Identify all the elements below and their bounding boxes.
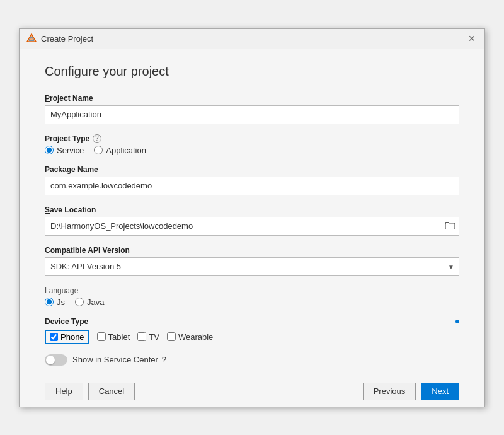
checkbox-wearable-label: Wearable bbox=[178, 332, 213, 342]
radio-java[interactable]: Java bbox=[75, 298, 104, 307]
project-name-label: Project Name bbox=[45, 94, 459, 103]
language-label: Language bbox=[45, 286, 459, 295]
dialog-footer: Help Cancel Previous Next bbox=[20, 376, 484, 407]
device-type-indicator-dot bbox=[455, 320, 459, 323]
project-name-field: Project Name bbox=[45, 94, 459, 124]
save-location-label: Save Location bbox=[45, 206, 459, 214]
radio-java-label: Java bbox=[87, 298, 104, 307]
app-logo-icon bbox=[26, 33, 37, 44]
service-center-help-icon[interactable]: ? bbox=[162, 355, 166, 364]
next-button[interactable]: Next bbox=[421, 383, 459, 400]
package-name-input[interactable] bbox=[45, 177, 459, 195]
project-name-input[interactable] bbox=[45, 105, 459, 124]
project-type-label: Project Type ? bbox=[45, 134, 459, 143]
project-type-help-icon[interactable]: ? bbox=[93, 134, 101, 143]
footer-left: Help Cancel bbox=[45, 383, 135, 400]
checkbox-tv[interactable]: TV bbox=[137, 332, 159, 342]
api-version-label: Compatible API Version bbox=[45, 246, 459, 255]
create-project-dialog: Create Project ✕ Configure your project … bbox=[19, 28, 485, 407]
dialog-content: Configure your project Project Name Proj… bbox=[20, 49, 484, 376]
show-in-service-center-toggle[interactable] bbox=[45, 354, 67, 366]
radio-js-label: Js bbox=[57, 298, 65, 307]
device-type-header: Device Type bbox=[45, 317, 459, 326]
radio-service-label: Service bbox=[57, 146, 84, 155]
checkbox-phone-label: Phone bbox=[60, 332, 84, 342]
project-type-radio-group: Service Application bbox=[45, 146, 459, 155]
package-name-field: Package Name bbox=[45, 165, 459, 195]
previous-button[interactable]: Previous bbox=[363, 383, 416, 400]
radio-js[interactable]: Js bbox=[45, 298, 65, 307]
show-in-service-center-label: Show in Service Center ? bbox=[72, 355, 166, 364]
api-version-select[interactable]: SDK: API Version 5 SDK: API Version 4 SD… bbox=[45, 257, 459, 276]
checkbox-wearable[interactable]: Wearable bbox=[167, 332, 213, 342]
radio-application-label: Application bbox=[106, 146, 146, 155]
api-version-dropdown-wrapper: SDK: API Version 5 SDK: API Version 4 SD… bbox=[45, 257, 459, 276]
checkbox-tablet-label: Tablet bbox=[108, 332, 130, 342]
save-location-field: Save Location bbox=[45, 206, 459, 236]
close-button[interactable]: ✕ bbox=[466, 34, 478, 43]
api-version-field: Compatible API Version SDK: API Version … bbox=[45, 246, 459, 276]
language-radio-group: Js Java bbox=[45, 298, 459, 307]
checkbox-phone[interactable] bbox=[50, 333, 58, 341]
checkbox-tablet[interactable]: Tablet bbox=[97, 332, 130, 342]
svg-rect-3 bbox=[445, 223, 455, 229]
title-bar: Create Project ✕ bbox=[20, 29, 484, 49]
language-field: Language Js Java bbox=[45, 286, 459, 307]
save-location-input-wrapper bbox=[45, 217, 459, 236]
save-location-input[interactable] bbox=[45, 217, 459, 236]
package-name-label: Package Name bbox=[45, 165, 459, 174]
checkbox-tv-label: TV bbox=[149, 332, 159, 342]
radio-application[interactable]: Application bbox=[94, 146, 146, 155]
help-button[interactable]: Help bbox=[45, 383, 83, 400]
device-type-checkbox-group: Phone Tablet TV Wearable bbox=[45, 330, 459, 344]
cancel-button[interactable]: Cancel bbox=[88, 383, 135, 400]
toggle-knob bbox=[46, 356, 55, 364]
checkbox-phone-wrapper: Phone bbox=[45, 330, 89, 344]
footer-right: Previous Next bbox=[363, 383, 459, 400]
title-bar-left: Create Project bbox=[26, 33, 93, 44]
folder-browse-icon[interactable] bbox=[445, 221, 455, 231]
show-in-service-center-field: Show in Service Center ? bbox=[45, 354, 459, 366]
device-type-field: Device Type Phone Tablet TV bbox=[45, 317, 459, 344]
dialog-heading: Configure your project bbox=[45, 64, 459, 79]
device-type-label: Device Type bbox=[45, 317, 88, 326]
radio-service[interactable]: Service bbox=[45, 146, 84, 155]
dialog-title: Create Project bbox=[41, 34, 93, 44]
project-type-field: Project Type ? Service Application bbox=[45, 134, 459, 155]
